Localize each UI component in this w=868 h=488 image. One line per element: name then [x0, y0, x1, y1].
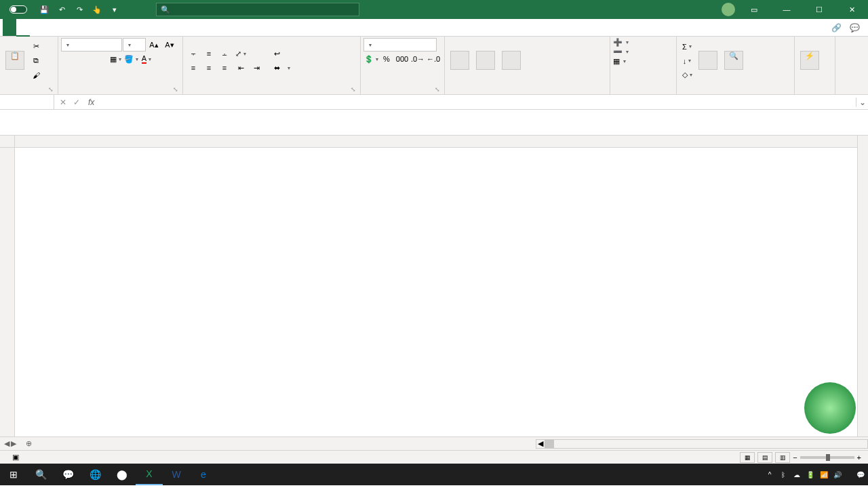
chrome-icon[interactable]: 🌐 [81, 464, 108, 485]
redo-icon[interactable]: ↷ [72, 2, 87, 17]
tab-powerpivot[interactable] [125, 19, 138, 36]
font-name-combo[interactable] [61, 38, 122, 52]
format-as-table-button[interactable] [473, 49, 498, 73]
copy-icon[interactable]: ⧉ [28, 54, 43, 68]
tab-layout[interactable] [43, 19, 57, 36]
onedrive-icon[interactable]: ☁ [791, 468, 803, 481]
indent-increase-icon[interactable]: ⇥ [249, 61, 264, 75]
sheet-nav-next-icon[interactable]: ▶ [11, 439, 16, 448]
cell-styles-button[interactable] [499, 49, 524, 73]
zoom-slider[interactable] [800, 456, 854, 459]
page-break-view-icon[interactable]: ▥ [775, 452, 790, 463]
fill-color-icon[interactable]: 🪣 [123, 52, 138, 66]
tab-view[interactable] [98, 19, 111, 36]
grow-font-icon[interactable]: A▴ [146, 38, 161, 52]
percent-icon[interactable]: % [379, 52, 394, 66]
grid-body[interactable] [15, 148, 857, 436]
add-sheet-icon[interactable]: ⊕ [20, 438, 37, 449]
battery-icon[interactable]: 🔋 [804, 468, 816, 481]
currency-icon[interactable]: 💲 [363, 52, 378, 66]
align-bottom-icon[interactable]: ⫠ [217, 47, 232, 60]
clear-icon[interactable]: ◇ [679, 68, 694, 82]
tray-up-icon[interactable]: ^ [764, 468, 776, 481]
tab-file[interactable] [3, 19, 16, 36]
accept-formula-icon[interactable]: ✓ [71, 98, 83, 107]
autosave-toggle[interactable] [0, 5, 33, 14]
share-button[interactable]: 🔗 [831, 23, 844, 33]
zoom-out-icon[interactable]: − [793, 453, 797, 462]
tab-start[interactable] [16, 20, 30, 37]
insert-cells-button[interactable]: ➕ [613, 38, 629, 47]
search-taskbar-icon[interactable]: 🔍 [27, 464, 54, 485]
delete-cells-button[interactable]: ➖ [613, 47, 629, 56]
align-top-icon[interactable]: ⫟ [186, 47, 201, 60]
italic-button[interactable] [77, 52, 92, 66]
cut-icon[interactable]: ✂ [28, 40, 43, 54]
launcher-icon[interactable]: ⤡ [173, 86, 178, 93]
font-color-icon[interactable]: A [139, 52, 154, 66]
zoom-in-icon[interactable]: + [857, 453, 861, 462]
word-icon[interactable]: W [163, 464, 190, 485]
tab-help[interactable] [111, 19, 125, 36]
spreadsheet-grid[interactable] [0, 136, 868, 436]
excel-icon[interactable]: X [136, 464, 163, 485]
number-format-combo[interactable] [363, 38, 437, 52]
page-layout-view-icon[interactable]: ▤ [757, 452, 772, 463]
cancel-formula-icon[interactable]: ✕ [57, 98, 69, 107]
toggle-icon[interactable] [9, 5, 27, 14]
undo-icon[interactable]: ↶ [54, 2, 69, 17]
fill-icon[interactable]: ↓ [679, 54, 694, 68]
align-left-icon[interactable]: ≡ [186, 61, 201, 75]
column-headers[interactable] [15, 136, 857, 148]
comments-button[interactable]: 💬 [850, 23, 863, 33]
font-size-combo[interactable] [123, 38, 146, 52]
merge-center-button[interactable]: ⬌ [269, 61, 290, 75]
tab-insert[interactable] [30, 19, 43, 36]
tab-formulas[interactable] [57, 19, 71, 36]
align-right-icon[interactable]: ≡ [217, 61, 232, 75]
paste-button[interactable]: 📋 [3, 49, 27, 73]
fx-icon[interactable]: fx [85, 98, 97, 107]
wrap-text-button[interactable]: ↩ [269, 47, 290, 60]
touch-icon[interactable]: 👆 [90, 2, 104, 17]
launcher-icon[interactable]: ⤡ [435, 86, 440, 93]
border-icon[interactable]: ▦ [108, 52, 123, 66]
volume-icon[interactable]: 🔊 [831, 468, 844, 481]
user-avatar[interactable] [722, 3, 735, 16]
tab-review[interactable] [84, 19, 98, 36]
conditional-formatting-button[interactable] [448, 49, 472, 73]
horizontal-scrollbar[interactable]: ◀ [536, 439, 868, 449]
format-painter-icon[interactable]: 🖌 [28, 68, 43, 82]
maximize-icon[interactable]: ☐ [806, 0, 833, 19]
orientation-icon[interactable]: ⤢ [233, 47, 248, 60]
start-icon[interactable]: ⊞ [0, 464, 27, 485]
align-center-icon[interactable]: ≡ [201, 61, 216, 75]
macro-record-icon[interactable]: ▣ [12, 453, 19, 462]
sort-filter-button[interactable] [696, 49, 720, 73]
dropdown-icon[interactable]: ▾ [107, 2, 122, 17]
search-box[interactable]: 🔍 [156, 3, 359, 16]
minimize-icon[interactable]: — [773, 0, 800, 19]
normal-view-icon[interactable]: ▦ [740, 452, 755, 463]
ribbon-options-icon[interactable]: ▭ [741, 0, 768, 19]
indent-decrease-icon[interactable]: ⇤ [233, 61, 248, 75]
decrease-decimal-icon[interactable]: ←.0 [426, 52, 441, 66]
increase-decimal-icon[interactable]: .0→ [410, 52, 425, 66]
select-all-corner[interactable] [0, 136, 15, 148]
save-icon[interactable]: 💾 [37, 2, 52, 17]
app-icon[interactable]: 💬 [54, 464, 81, 485]
edge-icon[interactable]: e [190, 464, 217, 485]
launcher-icon[interactable]: ⤡ [48, 86, 54, 93]
wifi-icon[interactable]: 📶 [818, 468, 830, 481]
vertical-scrollbar[interactable] [857, 136, 868, 436]
autosum-icon[interactable]: Σ [679, 40, 694, 54]
expand-formula-icon[interactable]: ⌄ [856, 98, 868, 107]
align-middle-icon[interactable]: ≡ [201, 47, 216, 60]
row-headers[interactable] [0, 148, 15, 436]
ideas-button[interactable]: ⚡ [797, 49, 822, 73]
bluetooth-icon[interactable]: ᛒ [777, 468, 789, 481]
launcher-icon[interactable]: ⤡ [351, 86, 356, 93]
obs-icon[interactable]: ⬤ [108, 464, 136, 485]
format-cells-button[interactable]: ▦ [613, 57, 626, 66]
bold-button[interactable] [61, 52, 76, 66]
